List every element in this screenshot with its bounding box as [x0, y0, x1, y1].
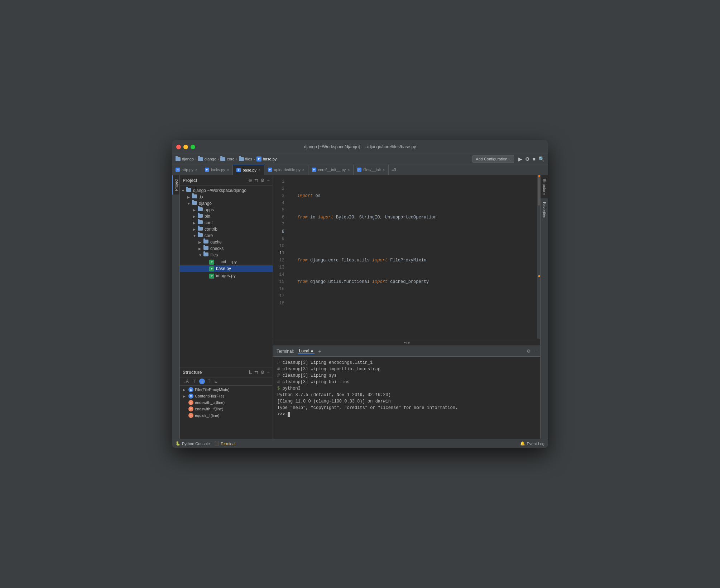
favorites-panel-label[interactable]: Favorites	[541, 198, 548, 222]
python-console-button[interactable]: 🐍 Python Console	[176, 441, 210, 446]
tab-close-icon[interactable]: ×	[302, 168, 304, 172]
struct-item-file[interactable]: ▶ C File(FileProxyMixin)	[180, 386, 273, 393]
tab-overflow[interactable]: ≡3	[389, 165, 399, 175]
terminal-button[interactable]: ⬛ Terminal	[214, 441, 236, 446]
tree-item-checks[interactable]: ▶ checks	[180, 245, 273, 252]
structure-items: ▶ C File(FileProxyMixin) ▶ C ContentFile…	[180, 386, 273, 439]
tree-item-files[interactable]: ▼ files	[180, 252, 273, 258]
structure-filter-icon[interactable]: ⇆	[254, 370, 258, 375]
tab-close-icon[interactable]: ×	[258, 168, 260, 172]
sidebar-minus-icon[interactable]: −	[267, 178, 270, 183]
terminal-line-5: $ python3	[277, 385, 536, 392]
sidebar-settings-icon[interactable]: ⊕	[248, 178, 252, 183]
code-editor[interactable]: import os from io import BytesIO, String…	[287, 175, 537, 339]
editor-container[interactable]: 1 2 3 4 5 6 7 8 9 10 11 12 13 14 15 16 1	[273, 175, 540, 339]
editor-scrollbar[interactable]	[537, 175, 540, 339]
window-title: django [~/Workspace/django] - .../django…	[304, 144, 416, 149]
build-icon[interactable]: ⚙	[525, 156, 530, 162]
info-button[interactable]: i	[199, 379, 205, 384]
structure-minus-icon[interactable]: −	[267, 370, 270, 375]
show-inherited-button[interactable]: T	[207, 379, 211, 384]
terminal-icon: ⬛	[214, 441, 219, 446]
terminal-line-8: Type "help", "copyright", "credits" or "…	[277, 405, 536, 411]
structure-header: Structure ⇅ ⇆ ⚙ −	[180, 367, 273, 377]
breadcrumb-sep: ›	[236, 157, 237, 161]
sort-az-button[interactable]: ↓A	[183, 379, 190, 384]
line-num-13: 13	[273, 264, 287, 271]
structure-sort-icon[interactable]: ⇅	[248, 370, 252, 375]
show-anon-button[interactable]: ⊾	[213, 379, 219, 384]
tab-basepy[interactable]: P base.py ×	[233, 165, 264, 175]
tab-filesinitpy[interactable]: P files/__init ×	[354, 165, 389, 175]
tree-item-cache[interactable]: ▶ cache	[180, 239, 273, 245]
terminal-tab-local[interactable]: Local ×	[298, 348, 315, 354]
tree-item-initpy[interactable]: P __init__.py	[180, 258, 273, 265]
structure-panel-label[interactable]: Structure	[541, 175, 548, 198]
struct-item-endswith lf[interactable]: f endswith_lf(line)	[180, 406, 273, 412]
search-icon[interactable]: 🔍	[538, 156, 544, 162]
breadcrumb-core[interactable]: core	[220, 157, 234, 161]
maximize-button[interactable]	[191, 145, 195, 149]
terminal-tab-close-icon[interactable]: ×	[311, 348, 313, 353]
struct-item-endswithcr[interactable]: f endswith_cr(line)	[180, 399, 273, 406]
structure-gear-icon[interactable]: ⚙	[260, 370, 265, 375]
filter-button[interactable]: ⊤	[192, 379, 197, 384]
tab-coreinitpy[interactable]: P core/__init__.py ×	[308, 165, 354, 175]
minimize-button[interactable]	[183, 145, 188, 149]
tree-item-core[interactable]: ▼ core	[180, 232, 273, 239]
folder-icon	[198, 207, 203, 211]
tab-httppy[interactable]: P http.py ×	[172, 165, 201, 175]
breadcrumb-sep: ›	[195, 157, 197, 161]
class-icon: C	[188, 394, 193, 399]
tree-item-imagespy[interactable]: P images.py	[180, 272, 273, 279]
breadcrumb-django1[interactable]: django	[176, 157, 194, 161]
breadcrumb-django2[interactable]: django	[198, 157, 216, 161]
tab-close-icon[interactable]: ×	[347, 168, 350, 172]
scrollbar-thumb[interactable]	[538, 177, 540, 206]
tree-item-contrib[interactable]: ▶ contrib	[180, 226, 273, 232]
project-panel-label[interactable]: Project	[172, 175, 179, 194]
sidebar-gear-icon[interactable]: ⚙	[260, 178, 265, 183]
tree-item-django[interactable]: ▼ django	[180, 200, 273, 207]
run-icon[interactable]: ▶	[518, 156, 522, 162]
terminal-minimize-icon[interactable]: −	[534, 348, 537, 354]
close-button[interactable]	[176, 145, 181, 149]
struct-item-equalslf[interactable]: f equals_lf(line)	[180, 412, 273, 419]
struct-item-contentfile[interactable]: ▶ C ContentFile(File)	[180, 393, 273, 399]
tree-item-tx[interactable]: ▶ .tx	[180, 194, 273, 200]
tree-arrow-icon: ▶	[193, 227, 198, 231]
tree-item-apps[interactable]: ▶ apps	[180, 207, 273, 213]
left-side-labels: Project	[172, 175, 180, 439]
code-line-3	[290, 235, 537, 242]
tab-uploadedfilepy[interactable]: P uploadedfile.py ×	[264, 165, 308, 175]
tab-close-icon[interactable]: ×	[195, 168, 197, 172]
title-bar: django [~/Workspace/django] - .../django…	[172, 140, 548, 154]
sidebar-collapse-icon[interactable]: ⇆	[254, 178, 258, 183]
struct-arrow-icon: ▶	[183, 388, 187, 392]
terminal-settings-icon[interactable]: ⚙	[527, 348, 531, 354]
tab-close-icon[interactable]: ×	[227, 168, 229, 172]
tree-item-basepy[interactable]: P base.py	[180, 265, 273, 273]
folder-icon	[239, 157, 244, 161]
right-side-labels: Structure Favorites	[540, 175, 548, 439]
tab-label: base.py	[243, 168, 256, 172]
tree-arrow-icon: ▼	[198, 253, 203, 257]
terminal-add-icon[interactable]: +	[318, 348, 321, 354]
sidebar-icons: ⊕ ⇆ ⚙ −	[248, 178, 270, 183]
tree-item-conf[interactable]: ▶ conf	[180, 220, 273, 226]
terminal-body[interactable]: # cleanup[3] wiping encodings.latin_1 # …	[273, 357, 540, 439]
stop-icon[interactable]: ■	[533, 156, 536, 162]
tab-close-icon[interactable]: ×	[383, 168, 385, 172]
tree-item-bin[interactable]: ▶ bin	[180, 213, 273, 220]
tree-root[interactable]: ▼ django ~/Workspace/django	[180, 187, 273, 194]
folder-icon	[192, 194, 197, 198]
line-num-6: 6	[273, 214, 287, 221]
tab-lockspy[interactable]: P locks.py ×	[201, 165, 233, 175]
breadcrumb-files[interactable]: files	[239, 157, 253, 161]
add-configuration-button[interactable]: Add Configuration...	[472, 155, 514, 163]
terminal-line-2: # cleanup[3] wiping importlib._bootstrap	[277, 366, 536, 372]
tab-file-icon: P	[312, 168, 316, 172]
breadcrumb-basepy[interactable]: P base.py	[256, 156, 277, 162]
event-log-label[interactable]: Event Log	[527, 442, 544, 446]
line-num-7: 7	[273, 221, 287, 228]
